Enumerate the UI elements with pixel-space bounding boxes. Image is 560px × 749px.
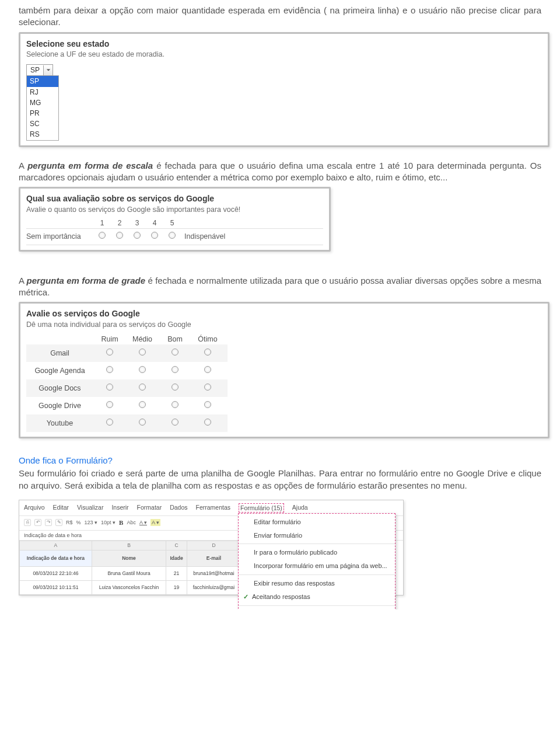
redo-icon[interactable]: ↷: [45, 519, 52, 526]
menu-formatar[interactable]: Formatar: [137, 503, 162, 513]
menu-separator: [239, 544, 395, 544]
intro-paragraph: também para deixar a opção com maior qua…: [19, 5, 541, 29]
grid-radio[interactable]: [172, 384, 178, 391]
grid-radio[interactable]: [204, 366, 211, 373]
menu-item-incorporar[interactable]: Incorporar formulário em uma página da w…: [239, 559, 395, 573]
menu-item-enviar-form[interactable]: Enviar formulário: [239, 529, 395, 542]
table-row: 09/03/2012 10:11:51 Luiza Vasconcelos Fa…: [20, 581, 241, 595]
check-icon: ✓: [243, 593, 249, 600]
shot1-sub: Selecione a UF de seu estado de moradia.: [26, 50, 542, 60]
shot3-title: Avalie os serviços do Google: [26, 308, 542, 319]
grid-radio[interactable]: [106, 366, 113, 373]
radio-1[interactable]: [99, 232, 106, 239]
grid-radio[interactable]: [204, 349, 211, 356]
dropdown-listbox[interactable]: SP RJ MG PR SC RS: [26, 75, 59, 140]
dropdown-option[interactable]: SC: [27, 119, 58, 129]
screenshot-scale: Qual sua avaliação sobre os serviços do …: [19, 187, 331, 252]
grid-col-2: Médio: [126, 335, 159, 344]
grid-row: Youtube: [26, 414, 228, 432]
grid-radio[interactable]: [139, 366, 146, 373]
dropdown-option[interactable]: RS: [27, 129, 58, 140]
toolbar-percent[interactable]: %: [76, 519, 81, 526]
grid-radio[interactable]: [172, 366, 178, 373]
paragraph-location: Seu formulário foi criado e será parte d…: [19, 468, 541, 492]
sheet-grid: A B C D Indicação de data e hora Nome Id…: [19, 541, 241, 595]
shot3-sub: Dê uma nota individual para os serviços …: [26, 320, 542, 330]
grid-radio[interactable]: [139, 384, 146, 391]
grid-row: Google Drive: [26, 397, 228, 414]
toolbar-textcolor[interactable]: A ▾: [139, 519, 147, 526]
menu-arquivo[interactable]: Arquivo: [24, 503, 45, 513]
radio-3[interactable]: [134, 232, 141, 239]
menu-dados[interactable]: Dados: [170, 503, 187, 513]
table-row: 08/03/2012 22:10:46 Bruna Gastil Moura 2…: [20, 567, 241, 581]
menu-visualizar[interactable]: Visualizar: [77, 503, 103, 513]
grid-radio[interactable]: [139, 419, 146, 426]
toolbar-fillcolor[interactable]: A ▾: [150, 519, 160, 526]
grid-row: Google Docs: [26, 379, 228, 397]
toolbar-currency[interactable]: R$: [66, 519, 73, 526]
grid-col-3: Bom: [159, 335, 191, 344]
section-heading: Onde fica o Formulário?: [19, 455, 541, 466]
menu-item-resumo[interactable]: Exibir resumo das respostas: [239, 577, 395, 590]
dropdown-option[interactable]: RJ: [27, 87, 58, 97]
radio-2[interactable]: [116, 232, 123, 239]
dropdown-option[interactable]: PR: [27, 108, 58, 119]
menu-ferramentas[interactable]: Ferramentas: [196, 503, 231, 513]
menu-formulario[interactable]: Formulário (15): [239, 503, 284, 513]
undo-icon[interactable]: ↶: [34, 519, 41, 526]
screenshot-spreadsheet: Arquivo Editar Visualizar Inserir Format…: [19, 500, 404, 596]
dropdown-option[interactable]: SP: [27, 76, 58, 86]
menu-inserir[interactable]: Inserir: [111, 503, 128, 513]
menu-item-excluir[interactable]: Excluir formulário: [239, 608, 395, 610]
table-header-row: Indicação de data e hora Nome Idade E-ma…: [20, 551, 241, 567]
grid-col-1: Ruim: [93, 335, 126, 344]
grid-col-4: Ótimo: [191, 335, 224, 344]
dropdown-option[interactable]: MG: [27, 97, 58, 108]
scale-label-right: Indispenável: [184, 232, 225, 242]
screenshot-dropdown: Selecione seu estado Selecione a UF de s…: [19, 32, 550, 147]
menu-separator: [239, 605, 395, 606]
grid-radio[interactable]: [106, 349, 113, 356]
grid-row: Gmail: [26, 344, 228, 362]
grid-radio[interactable]: [204, 419, 211, 426]
paint-icon[interactable]: ✎: [55, 519, 62, 526]
toolbar-bold[interactable]: B: [119, 518, 123, 527]
grid-radio[interactable]: [172, 419, 178, 426]
menu-item-aceitando[interactable]: ✓Aceitando respostas: [239, 590, 395, 604]
grid-radio[interactable]: [172, 401, 178, 408]
colhead-D[interactable]: D: [187, 541, 240, 550]
colhead-C[interactable]: C: [166, 541, 187, 550]
menu-item-editar-form[interactable]: Editar formulário: [239, 515, 395, 529]
grid-radio[interactable]: [106, 384, 113, 391]
grid-radio[interactable]: [139, 349, 146, 356]
toolbar-strike[interactable]: Abc: [127, 519, 136, 526]
shot2-sub: Avalie o quanto os serviços do Google sã…: [26, 205, 323, 215]
grid-radio[interactable]: [204, 401, 211, 408]
scale-label-left: Sem importância: [26, 232, 93, 242]
colhead-B[interactable]: B: [92, 541, 166, 550]
radio-5[interactable]: [169, 232, 176, 239]
grid-radio[interactable]: [139, 401, 146, 408]
formulario-context-menu: Editar formulário Enviar formulário Ir p…: [238, 513, 396, 610]
grid-radio[interactable]: [106, 401, 113, 408]
radio-4[interactable]: [151, 232, 158, 239]
paragraph-scale: A pergunta em forma de escala é fechada …: [19, 160, 541, 184]
print-icon[interactable]: ⎙: [24, 519, 31, 526]
colhead-A[interactable]: A: [20, 541, 92, 550]
grid-radio[interactable]: [106, 419, 113, 426]
paragraph-grid: A pergunta em forma de grade é fechada e…: [19, 275, 541, 299]
scale-numbers: 1 2 3 4 5: [93, 218, 323, 228]
state-dropdown[interactable]: SP: [26, 64, 53, 76]
toolbar-numfmt[interactable]: 123 ▾: [85, 519, 98, 526]
menu-item-ir-publicado[interactable]: Ir para o formulário publicado: [239, 546, 395, 559]
menu-ajuda[interactable]: Ajuda: [292, 503, 308, 513]
toolbar-fontsize[interactable]: 10pt ▾: [101, 519, 116, 526]
grid-radio[interactable]: [204, 384, 211, 391]
shot2-title: Qual sua avaliação sobre os serviços do …: [26, 193, 323, 204]
menu-separator: [239, 574, 395, 575]
shot1-title: Selecione seu estado: [26, 39, 542, 50]
grid-radio[interactable]: [172, 349, 178, 356]
chevron-down-icon: [43, 65, 52, 75]
menu-editar[interactable]: Editar: [53, 503, 69, 513]
